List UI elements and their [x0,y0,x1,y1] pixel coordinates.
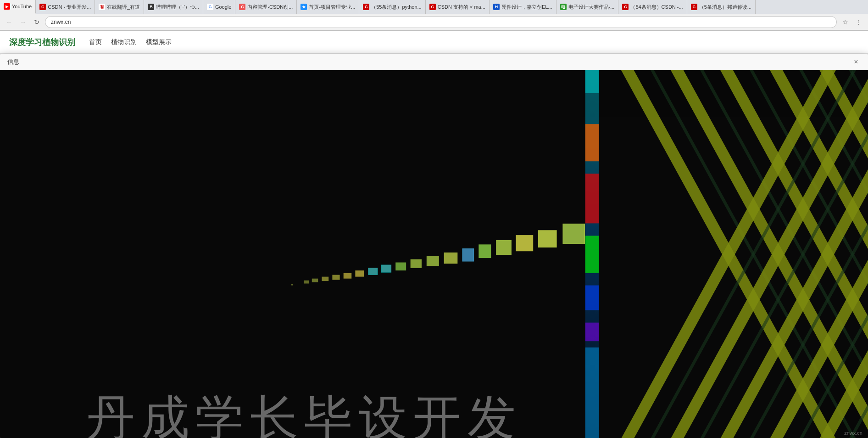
tab-label-bilibili: 哔哩哔哩（'·'）つ... [156,4,199,11]
modal-footer: znwx.cn [844,430,862,436]
tab-label-csdn3: CSDN 支持的 < ma... [438,4,485,11]
svg-rect-50 [563,224,584,244]
tab-youdao[interactable]: 有 在线翻译_有道 [95,0,144,14]
tab-label-py: （55条消息）python... [371,4,421,11]
back-button[interactable]: ← [4,17,15,28]
modal-title: 信息 [7,58,19,66]
tab-favicon-proj: ★ [300,4,307,10]
svg-rect-35 [322,277,328,281]
menu-button[interactable]: ⋮ [853,17,864,28]
svg-rect-49 [538,230,557,247]
modal-dialog: 信息 × [0,54,868,438]
svg-rect-30 [585,323,599,342]
tab-favicon-csdn3: C [429,4,436,10]
reload-button[interactable]: ↻ [31,17,42,28]
tab-label-csdn4: （54条消息）CSDN -... [630,4,683,11]
bookmark-button[interactable]: ☆ [840,17,851,28]
tab-csdn3[interactable]: C CSDN 支持的 < ma... [426,0,490,14]
app-nav: 首页 植物识别 模型展示 [89,36,172,48]
svg-rect-31 [585,348,599,438]
svg-rect-26 [585,124,599,161]
address-text: znwx.cn [51,19,71,25]
svg-rect-36 [332,275,339,280]
svg-rect-28 [585,236,599,273]
svg-rect-48 [516,235,533,251]
tab-csdn1[interactable]: C CSDN - 专业开发... [36,0,95,14]
nav-home[interactable]: 首页 [89,36,102,48]
tab-label-contest: 电子设计大赛作品-... [568,4,615,11]
tab-favicon-bilibili: B [148,4,154,10]
tab-youtube[interactable]: ▶ YouTube [0,0,36,14]
tab-bar: ▶ YouTube C CSDN - 专业开发... 有 在线翻译_有道 B 哔… [0,0,868,14]
browser-chrome: ▶ YouTube C CSDN - 专业开发... 有 在线翻译_有道 B 哔… [0,0,868,31]
svg-rect-47 [496,240,512,255]
tab-favicon-csdn5: C [691,4,697,10]
svg-rect-32 [291,284,293,286]
svg-rect-25 [585,70,599,93]
tab-contest[interactable]: 电 电子设计大赛作品-... [556,0,619,14]
tab-label-google: Google [215,4,231,10]
svg-rect-27 [585,174,599,223]
tab-google[interactable]: G Google [203,0,235,14]
app-title: 深度学习植物识别 [9,37,75,48]
svg-rect-42 [411,259,422,268]
nav-plant-id[interactable]: 植物识别 [111,36,137,48]
tab-favicon-youtube: ▶ [4,3,10,10]
page-body: 选择 查看 信息 × [0,54,868,438]
svg-rect-33 [304,281,309,284]
tab-label-csdn2: 内容管理-CSDN创... [247,4,293,11]
tab-csdn2[interactable]: C 内容管理-CSDN创... [235,0,297,14]
address-bar[interactable]: znwx.cn [45,16,837,28]
tab-py[interactable]: C （55条消息）python... [359,0,425,14]
modal-header: 信息 × [0,54,868,70]
modal-video-content: 丹成学长毕设开发 znwx.cn [0,70,868,438]
tab-label-csdn1: CSDN - 专业开发... [48,4,91,11]
svg-text:丹成学长毕设开发: 丹成学长毕设开发 [87,391,522,438]
svg-rect-41 [395,263,406,271]
svg-rect-46 [479,244,491,258]
modal-overlay: 信息 × [0,54,868,438]
tab-label-hw: 硬件设计，嘉立创EL... [501,4,552,11]
tab-favicon-google: G [207,4,213,10]
tab-favicon-csdn1: C [39,4,46,10]
svg-rect-43 [427,256,439,266]
tab-favicon-csdn4: C [622,4,629,10]
svg-rect-37 [344,273,352,279]
tab-proj[interactable]: ★ 首页-项目管理专业... [297,0,359,14]
svg-rect-0 [0,70,868,438]
nav-bar: ← → ↻ znwx.cn ☆ ⋮ [0,14,868,30]
svg-rect-44 [444,253,458,264]
tab-bilibili[interactable]: B 哔哩哔哩（'·'）つ... [144,0,203,14]
tab-csdn4[interactable]: C （54条消息）CSDN -... [618,0,687,14]
tab-hw[interactable]: H 硬件设计，嘉立创EL... [490,0,556,14]
app-header: 深度学习植物识别 首页 植物识别 模型展示 [0,31,868,54]
modal-close-button[interactable]: × [851,57,861,67]
tab-label-proj: 首页-项目管理专业... [309,4,355,11]
nav-model-demo[interactable]: 模型展示 [146,36,172,48]
svg-rect-39 [368,268,378,275]
tab-label-youdao: 在线翻译_有道 [107,4,140,11]
page-content: 深度学习植物识别 首页 植物识别 模型展示 选择 查看 信息 × [0,31,868,438]
tab-favicon-csdn2: C [239,4,245,10]
svg-rect-45 [462,249,473,261]
svg-rect-29 [585,286,599,310]
forward-button[interactable]: → [17,17,28,28]
tab-favicon-py: C [363,4,369,10]
tab-csdn5[interactable]: C （5条消息）邦迪你读... [687,0,756,14]
scene-svg: 丹成学长毕设开发 [0,70,868,438]
svg-rect-34 [312,279,318,282]
visualization-scene: 丹成学长毕设开发 znwx.cn [0,70,868,438]
tab-favicon-youdao: 有 [99,4,105,10]
tab-favicon-contest: 电 [560,4,567,10]
svg-rect-38 [355,270,364,277]
svg-rect-40 [381,265,391,272]
tab-favicon-hw: H [493,4,500,10]
tab-label-youtube: YouTube [12,4,32,9]
tab-label-csdn5: （5条消息）邦迪你读... [699,4,751,11]
